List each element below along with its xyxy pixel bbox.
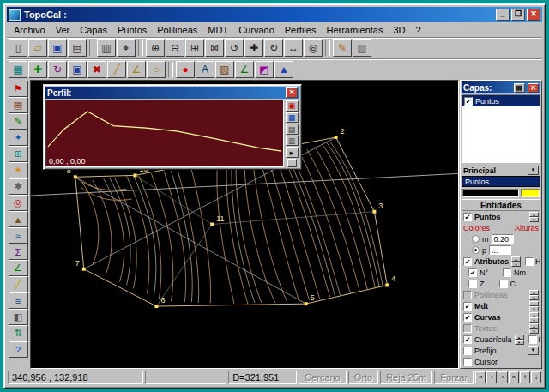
radio-p[interactable] <box>472 246 480 254</box>
spinner-atributos[interactable]: ▲▼ <box>511 256 521 267</box>
print-button[interactable]: ▤ <box>68 39 87 57</box>
perfil-resize-grip[interactable] <box>287 159 297 167</box>
spinner-curvas[interactable]: ▲▼ <box>529 312 539 323</box>
redraw-button[interactable]: ↻ <box>264 39 283 57</box>
line-button[interactable]: ╱ <box>107 61 126 78</box>
checkbox-hz-atributos[interactable] <box>525 257 534 266</box>
layers-close-icon[interactable]: ✕ <box>528 83 539 93</box>
point-marker-5[interactable] <box>305 302 308 305</box>
profile-expand-button[interactable]: ▸ <box>286 147 299 158</box>
minimize-button[interactable]: _ <box>496 9 510 21</box>
toggle-cercano[interactable]: Cercano <box>299 371 347 384</box>
spinner-puntos-down[interactable]: ▼ <box>529 217 539 222</box>
maximize-button[interactable]: ❐ <box>511 9 525 21</box>
toggle-orto[interactable]: Orto <box>348 371 378 384</box>
principal-dropdown-icon[interactable]: ▼ <box>528 166 539 175</box>
new-file-button[interactable]: ▯ <box>9 39 27 57</box>
spinner-mdt-down[interactable]: ▼ <box>529 306 539 311</box>
point-marker-3[interactable] <box>372 210 376 214</box>
nav-prev-button[interactable]: ‹ <box>486 371 497 383</box>
compass-tool-button[interactable]: ✦ <box>9 130 28 146</box>
spinner-mdt[interactable]: ▲▼ <box>529 301 539 311</box>
spinner-atributos-down[interactable]: ▼ <box>511 262 521 267</box>
zoom-previous-button[interactable]: ↺ <box>225 39 244 57</box>
distance-button[interactable]: ↔ <box>284 39 303 57</box>
checkbox-mdt[interactable]: ✔ <box>463 302 472 311</box>
nav-next-button[interactable]: › <box>498 371 508 383</box>
hatch-button[interactable]: ▨ <box>215 61 234 78</box>
text-button[interactable]: A <box>196 61 214 78</box>
checkbox-c[interactable] <box>499 280 508 288</box>
checkbox-textos[interactable] <box>463 324 472 333</box>
point-marker-10[interactable] <box>134 173 137 177</box>
notebook-tool-button[interactable]: ▤ <box>9 97 28 113</box>
star-tool-button[interactable]: ✶ <box>9 162 28 178</box>
point-marker-6[interactable] <box>154 305 158 308</box>
grid-tool-button[interactable]: ⊞ <box>9 146 28 162</box>
point-marker-8[interactable] <box>74 175 77 178</box>
menu-archivo[interactable]: Archivo <box>9 23 51 37</box>
checkbox-cuadricula[interactable]: ✔ <box>463 335 472 344</box>
nav-up-button[interactable]: ↑ <box>520 371 530 383</box>
delete-button[interactable]: ✖ <box>87 61 106 78</box>
profile-export-button[interactable]: ▥ <box>286 136 299 147</box>
menu-mdt[interactable]: MDT <box>202 23 233 37</box>
nav-down-button[interactable]: ↓ <box>531 371 541 383</box>
nav-first-button[interactable]: « <box>475 371 486 383</box>
profile-chart[interactable]: 0,00 , 0,00 <box>45 100 284 167</box>
spinner-polilineas-down[interactable]: ▼ <box>529 295 539 300</box>
title-bar[interactable]: TopoCal : _ ❐ ✕ <box>7 7 542 22</box>
checkbox-curvas[interactable]: ✔ <box>463 313 472 322</box>
target-tool-button[interactable]: ◎ <box>9 195 28 211</box>
orbit-button[interactable]: ◎ <box>304 39 323 57</box>
pointer-button[interactable]: ⌖ <box>117 39 136 57</box>
copy-button[interactable]: ▣ <box>68 61 87 78</box>
profile-settings-button[interactable]: ▤ <box>286 124 299 135</box>
checkbox-atributos[interactable]: ✔ <box>463 257 472 266</box>
perfil-title-bar[interactable]: Perfil: ✕ <box>45 87 299 99</box>
principal-combo[interactable]: Principal ▼ <box>462 165 540 176</box>
spinner-curvas-down[interactable]: ▼ <box>529 317 539 323</box>
toggle-reja-25m[interactable]: Reja 25m <box>380 371 432 384</box>
menu-puntos[interactable]: Puntos <box>112 23 152 37</box>
perfil-window[interactable]: Perfil: ✕ 0,00 , 0,00 ▣▦▤▥▸ <box>43 84 302 170</box>
menu-capas[interactable]: Capas <box>75 23 112 37</box>
checkbox-z[interactable] <box>468 280 477 288</box>
spinner-cuadricula-down[interactable]: ▼ <box>515 340 524 345</box>
point-marker-11[interactable] <box>210 223 214 226</box>
circle-button[interactable]: ○ <box>147 61 166 78</box>
angle-tool-button[interactable]: ∠ <box>9 260 28 276</box>
value-m[interactable]: 0.20 <box>492 234 514 244</box>
zoom-extents-button[interactable]: ⊠ <box>205 39 224 57</box>
updown-tool-button[interactable]: ⇅ <box>9 325 28 341</box>
point-marker-7[interactable] <box>82 268 86 271</box>
menu-item-10[interactable]: ? <box>411 23 426 37</box>
value-p[interactable]: ... <box>489 245 511 255</box>
menu-3d[interactable]: 3D <box>388 23 410 37</box>
preview-button[interactable]: ▥ <box>97 39 116 57</box>
spinner-polilineas[interactable]: ▲▼ <box>529 290 539 300</box>
spinner-textos[interactable]: ▲▼ <box>529 323 539 334</box>
zoom-in-button[interactable]: ⊕ <box>146 39 165 57</box>
menu-perfiles[interactable]: Perfiles <box>280 23 322 37</box>
pan-button[interactable]: ✚ <box>244 39 263 57</box>
menu-ver[interactable]: Ver <box>51 23 75 37</box>
angle-button[interactable]: ∠ <box>127 61 146 78</box>
spinner-textos-down[interactable]: ▼ <box>529 329 539 334</box>
radio-m[interactable] <box>472 235 480 243</box>
perfil-close-button[interactable]: ✕ <box>286 87 298 98</box>
pencil-button[interactable]: ✎ <box>333 39 352 57</box>
layers-panel-title-bar[interactable]: Capas: ▤ ✕ <box>462 81 540 93</box>
close-button[interactable]: ✕ <box>527 9 540 21</box>
main-color-swatch[interactable] <box>462 189 519 197</box>
save-button[interactable]: ▣ <box>48 39 67 57</box>
sum-tool-button[interactable]: Σ <box>9 244 28 260</box>
menu-curvado[interactable]: Curvado <box>233 23 280 37</box>
wave-tool-button[interactable]: ≈ <box>9 227 28 244</box>
checkbox-polilineas[interactable] <box>463 291 472 299</box>
palette-button[interactable]: ◩ <box>255 61 274 78</box>
profile-save-button[interactable]: ▣ <box>286 100 299 112</box>
dropdown-prefijo[interactable]: ▼ <box>528 346 539 355</box>
profile-grid-button[interactable]: ▦ <box>286 112 299 124</box>
menu-herramientas[interactable]: Herramientas <box>321 23 388 37</box>
